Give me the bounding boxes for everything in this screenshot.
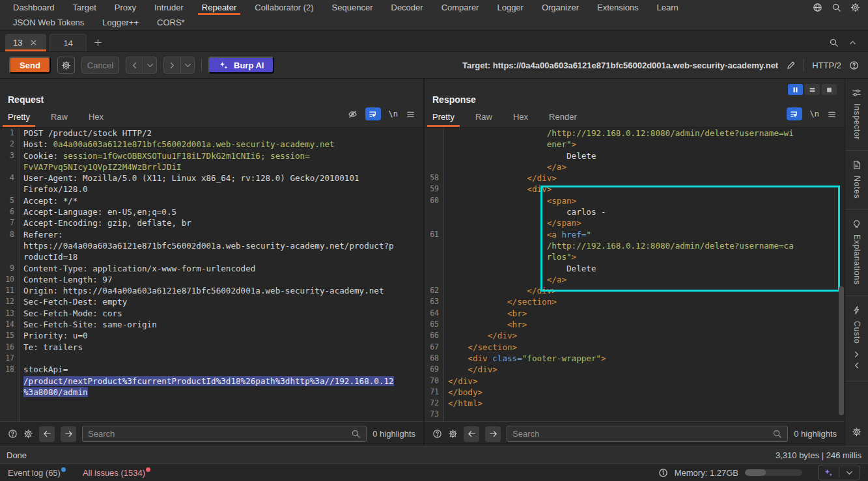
- newline-toggle[interactable]: \n: [810, 109, 819, 118]
- repeater-tab-14[interactable]: 14: [49, 34, 86, 51]
- prev-match-button[interactable]: [39, 426, 55, 442]
- menu-item-target[interactable]: Target: [64, 0, 105, 15]
- repeater-tab-13[interactable]: 13: [5, 34, 46, 51]
- back-history-button[interactable]: [126, 57, 157, 74]
- response-scrollbar-thumb[interactable]: [839, 286, 844, 415]
- global-search-icon[interactable]: [832, 3, 841, 12]
- menu-item-learn[interactable]: Learn: [648, 0, 688, 15]
- menu-item-proxy[interactable]: Proxy: [105, 0, 145, 15]
- editor-line: 9Content-Type: application/x-www-form-ur…: [0, 263, 423, 274]
- chevron-up-icon[interactable]: [848, 38, 858, 48]
- chevron-right-icon[interactable]: [164, 57, 181, 73]
- send-button[interactable]: Send: [9, 57, 51, 74]
- hide-nonprintable-icon[interactable]: [348, 109, 357, 119]
- all-issues-link[interactable]: All issues (1534): [83, 468, 150, 478]
- word-wrap-button[interactable]: [365, 107, 381, 120]
- layout-rows-button[interactable]: [805, 84, 820, 95]
- sidebar-settings-gear-icon[interactable]: [852, 419, 861, 446]
- menu-item-sequencer[interactable]: Sequencer: [323, 0, 382, 15]
- help-icon[interactable]: [432, 429, 442, 439]
- sidebar-tab-custo[interactable]: Custo: [845, 296, 868, 381]
- response-metrics: 3,310 bytes | 246 millis: [776, 450, 861, 460]
- chevron-down-icon[interactable]: [839, 468, 860, 478]
- sidebar-tab-explanations[interactable]: Explanations: [845, 210, 868, 296]
- info-icon: [658, 468, 668, 478]
- menu-item-cors[interactable]: CORS*: [148, 15, 194, 30]
- menu-item-comparer[interactable]: Comparer: [432, 0, 488, 15]
- tab-search-icon[interactable]: [829, 38, 839, 48]
- search-settings-icon[interactable]: [23, 429, 33, 439]
- collapse-chevrons-icon[interactable]: [852, 350, 861, 370]
- chevron-left-icon[interactable]: [126, 57, 143, 73]
- chevron-left-icon: [852, 361, 861, 370]
- chevron-down-icon[interactable]: [181, 57, 194, 73]
- menu-item-repeater[interactable]: Repeater: [193, 0, 245, 15]
- plus-icon: [93, 38, 103, 48]
- request-search-box: [82, 426, 367, 442]
- sparkles-icon: [219, 61, 229, 70]
- sidebar-tab-inspector[interactable]: Inspector: [845, 79, 868, 151]
- response-tab-raw[interactable]: Raw: [475, 108, 492, 127]
- menu-item-collaborator-2[interactable]: Collaborator (2): [245, 0, 322, 15]
- menu-item-json-web-tokens[interactable]: JSON Web Tokens: [4, 15, 93, 30]
- response-tab-hex[interactable]: Hex: [513, 108, 528, 127]
- help-icon[interactable]: [849, 61, 859, 70]
- next-match-button[interactable]: [485, 426, 501, 442]
- prev-match-button[interactable]: [464, 426, 479, 442]
- response-tab-render[interactable]: Render: [549, 108, 577, 127]
- new-tab-button[interactable]: [90, 34, 107, 51]
- next-match-button[interactable]: [61, 426, 76, 442]
- settings-gear-icon[interactable]: [850, 3, 860, 12]
- editor-line: 58 </div>: [425, 172, 845, 184]
- menu-item-extensions[interactable]: Extensions: [588, 0, 648, 15]
- editor-line: 16Te: trailers: [0, 342, 423, 353]
- forward-history-button[interactable]: [163, 57, 195, 74]
- event-log-link[interactable]: Event log (65): [8, 468, 66, 478]
- request-tab-raw[interactable]: Raw: [51, 108, 68, 127]
- burp-ai-button[interactable]: Burp AI: [208, 57, 274, 74]
- memory-bar: [745, 469, 802, 476]
- response-highlights-count: 0 highlights: [794, 429, 837, 439]
- help-icon[interactable]: [8, 429, 18, 439]
- main-menu-row: DashboardTargetProxyIntruderRepeaterColl…: [0, 0, 868, 15]
- response-search-input[interactable]: [512, 429, 772, 439]
- request-tab-hex[interactable]: Hex: [89, 108, 104, 127]
- menu-item-decoder[interactable]: Decoder: [382, 0, 432, 15]
- protocol-label: HTTP/2: [812, 61, 841, 70]
- request-search-input[interactable]: [88, 429, 351, 439]
- editor-line: 63 </section>: [425, 296, 845, 307]
- chevron-down-icon[interactable]: [143, 57, 156, 73]
- collaborator-globe-icon[interactable]: [813, 3, 822, 12]
- cancel-button[interactable]: Cancel: [81, 57, 119, 74]
- editor-menu-icon[interactable]: [827, 109, 837, 119]
- editor-line: 68 <div class="footer-wrapper">: [425, 353, 845, 364]
- gear-icon: [61, 61, 71, 70]
- editor-line: 14Sec-Fetch-Site: same-origin: [0, 319, 423, 330]
- search-settings-icon[interactable]: [448, 429, 458, 439]
- menu-item-logger[interactable]: Logger++: [93, 15, 148, 30]
- word-wrap-button[interactable]: [787, 107, 802, 120]
- menu-item-dashboard[interactable]: Dashboard: [4, 0, 64, 15]
- response-tab-pretty[interactable]: Pretty: [432, 108, 455, 127]
- edit-target-icon[interactable]: [786, 61, 796, 70]
- response-panel: Response PrettyRawHexRender \n /http://1…: [425, 79, 845, 446]
- request-editor[interactable]: 1POST /product/stock HTTP/22Host: 0a4a00…: [0, 128, 423, 421]
- menu-item-organizer[interactable]: Organizer: [533, 0, 588, 15]
- editor-line: rlos">: [425, 251, 845, 262]
- editor-menu-icon[interactable]: [406, 109, 415, 119]
- layout-columns-button[interactable]: [788, 84, 803, 95]
- editor-line: 15Priority: u=0: [0, 330, 423, 341]
- response-editor[interactable]: /http://192.168.0.12:8080/admin/delete?u…: [425, 128, 845, 421]
- layout-single-button[interactable]: [822, 84, 837, 95]
- editor-line: 17: [0, 353, 423, 364]
- ai-quick-button[interactable]: [818, 465, 860, 480]
- menu-item-logger[interactable]: Logger: [488, 0, 532, 15]
- response-title: Response: [432, 94, 476, 105]
- send-settings-button[interactable]: [57, 57, 75, 74]
- sidebar-tab-notes[interactable]: Notes: [845, 151, 868, 210]
- request-tab-pretty[interactable]: Pretty: [8, 108, 30, 127]
- editor-line: 3Cookie: session=1fGwcOBBXSOTuu1F18iL7Dk…: [0, 150, 423, 161]
- close-tab-icon[interactable]: [29, 38, 38, 48]
- newline-toggle[interactable]: \n: [389, 109, 398, 118]
- menu-item-intruder[interactable]: Intruder: [145, 0, 193, 15]
